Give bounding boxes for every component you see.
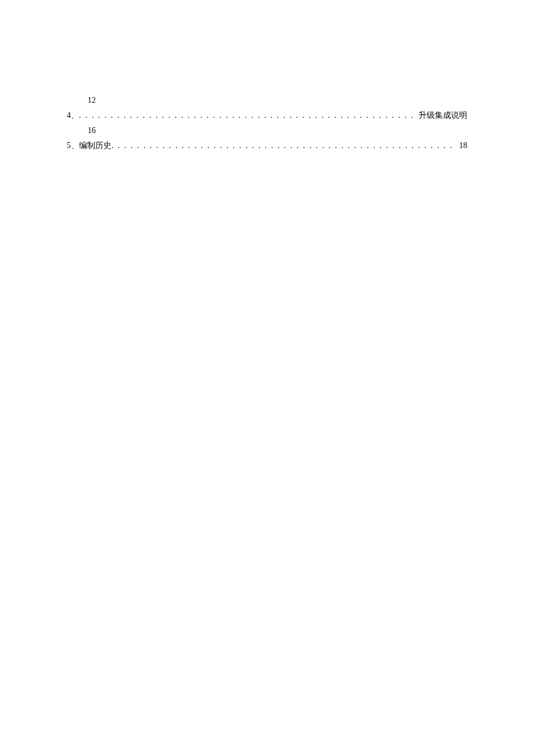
document-page: 12 4、 升级集成说明 16 5、 编制历史 18 bbox=[0, 0, 534, 153]
toc-entry-label: 升级集成说明 bbox=[416, 108, 467, 123]
toc-entry: 5、 编制历史 18 bbox=[67, 138, 467, 153]
toc-entry-number: 5、 bbox=[67, 138, 79, 153]
toc-continuation-page: 16 bbox=[67, 123, 467, 138]
toc-page-number: 12 bbox=[88, 96, 96, 105]
toc-page-number: 18 bbox=[457, 138, 467, 153]
toc-leader-dots bbox=[111, 138, 457, 153]
toc-page-number: 16 bbox=[88, 126, 96, 135]
toc-continuation-page: 12 bbox=[67, 93, 467, 108]
toc-entry-title: 编制历史 bbox=[79, 138, 111, 153]
toc-leader-dots bbox=[79, 108, 416, 123]
toc-entry-number: 4、 bbox=[67, 108, 79, 123]
toc-entry: 4、 升级集成说明 bbox=[67, 108, 467, 123]
